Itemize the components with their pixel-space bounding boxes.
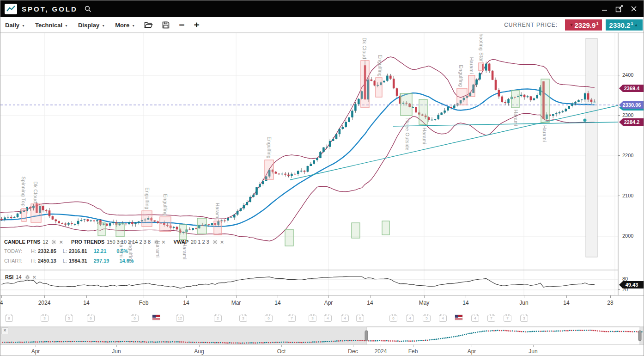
event-calendar-icon[interactable]: 8	[5, 315, 13, 322]
navigator-unselected-range	[0, 327, 644, 345]
event-calendar-icon[interactable]: 6	[87, 315, 95, 322]
event-calendar-icon[interactable]: 7	[487, 315, 495, 322]
svg-text:Spinning Top: Spinning Top	[21, 177, 26, 207]
navigator-axis-label: 2024	[375, 348, 387, 355]
chart-application-window: SPOT, GOLD	[0, 0, 644, 356]
toolbar: Daily ▼ Technical ▼ Display ▼ More ▼	[0, 17, 644, 33]
navigator-left-handle[interactable]	[365, 331, 368, 341]
date-axis-label: Jun	[519, 300, 528, 306]
event-calendar-icon[interactable]: 2	[214, 315, 222, 322]
us-flag-event-icon[interactable]	[152, 315, 160, 320]
ask-price-button[interactable]: 2330.21 ▲	[606, 19, 643, 31]
date-axis-label: May	[419, 300, 430, 306]
latest-session-highlight	[586, 38, 597, 257]
zoom-in-button[interactable]: +	[194, 20, 199, 30]
save-icon[interactable]	[162, 21, 170, 29]
navigator	[0, 327, 644, 345]
navigator-right-handle[interactable]	[638, 331, 641, 341]
chart-stats-row: CHART: H: 2450.13 L: 1984.31 297.19 14.6…	[4, 258, 144, 264]
gridlines	[0, 33, 618, 295]
chart-range-value: 297.19	[94, 258, 109, 264]
arrow-up-icon: ▲	[634, 23, 638, 27]
svg-text:Engulfing: Engulfing	[267, 137, 272, 159]
date-axis-tick	[236, 295, 237, 298]
date-axis-tick	[370, 295, 371, 298]
price-axis-label: 2400	[618, 72, 633, 78]
close-indicator-icon[interactable]: ×	[33, 275, 36, 280]
search-icon[interactable]	[84, 5, 92, 13]
indicator-legend-row: CANDLE PTNS 12 × PRO TRENDS 150 3 10 2 1…	[4, 239, 224, 245]
close-button[interactable]	[630, 5, 638, 13]
svg-text:Engulfing: Engulfing	[458, 65, 464, 87]
svg-text:Three Outside: Three Outside	[405, 117, 410, 151]
rsi-legend-row: RSI 14 ×	[5, 274, 36, 280]
chevron-down-icon: ▼	[132, 24, 135, 27]
current-price-label: CURRENT PRICE:	[504, 22, 558, 28]
event-calendar-icon[interactable]: 4	[439, 315, 447, 322]
gear-icon[interactable]	[154, 239, 159, 245]
navigator-selection[interactable]	[367, 327, 640, 345]
svg-text:Shooting Star: Shooting Star	[479, 30, 484, 62]
event-calendar-icon[interactable]: 3	[309, 315, 316, 322]
gear-icon[interactable]	[213, 239, 218, 245]
event-calendar-icon[interactable]: 7	[288, 315, 296, 322]
event-calendar-icon[interactable]: 5	[65, 315, 73, 322]
chart-label: CHART:	[4, 258, 31, 264]
event-calendar-icon[interactable]: 4	[406, 315, 414, 322]
close-indicator-icon[interactable]: ×	[162, 239, 165, 245]
event-calendar-icon[interactable]: 6	[265, 315, 273, 322]
event-calendar-icon[interactable]: 4	[471, 315, 479, 322]
menu-display-label: Display	[78, 22, 99, 29]
title-bar: SPOT, GOLD	[0, 0, 644, 17]
zoom-out-button[interactable]: −	[179, 20, 184, 30]
event-calendar-icon[interactable]: 3	[41, 315, 49, 322]
date-axis-tick	[186, 295, 187, 298]
chart-high-value: 2450.13	[38, 258, 56, 264]
close-indicator-icon[interactable]: ×	[220, 239, 224, 245]
gear-icon[interactable]	[51, 239, 56, 245]
popout-button[interactable]	[615, 5, 623, 13]
event-calendar-icon[interactable]: 12	[176, 315, 184, 322]
arrow-down-icon: ▼	[570, 23, 574, 27]
navigator-close-icon[interactable]: ×	[1, 327, 8, 334]
us-flag-event-icon[interactable]	[455, 315, 462, 320]
close-indicator-icon[interactable]: ×	[59, 239, 63, 245]
svg-text:Harami: Harami	[469, 57, 474, 74]
gear-icon[interactable]	[25, 275, 30, 280]
event-calendar-icon[interactable]: 6	[389, 315, 397, 322]
event-calendar-icon[interactable]: 3	[239, 315, 247, 322]
open-folder-icon[interactable]	[144, 21, 153, 29]
svg-text:Harami: Harami	[182, 243, 188, 259]
rsi-value-tag: 49.43	[619, 281, 644, 288]
date-axis-label: 28	[607, 300, 613, 306]
menu-technical[interactable]: Technical ▼	[35, 22, 68, 29]
event-calendar-icon[interactable]: 3	[520, 315, 528, 322]
menu-display[interactable]: Display ▼	[78, 22, 105, 29]
window-controls	[600, 5, 638, 13]
chart-low-value: 1984.31	[69, 258, 87, 264]
bid-price-button[interactable]: ▼ 2329.91	[565, 19, 602, 31]
navigator-date-axis: AprJunAugOctDec2024FebAprJun	[0, 345, 644, 356]
minimize-button[interactable]	[600, 5, 608, 13]
menu-more[interactable]: More ▼	[115, 22, 135, 29]
date-axis-label: Mar	[231, 300, 241, 306]
legend-rsi: RSI	[5, 274, 13, 280]
date-axis-label: Feb	[139, 300, 149, 306]
event-calendar-icon[interactable]: 4	[324, 315, 332, 322]
event-calendar-icon[interactable]: 5	[423, 315, 431, 322]
today-stats-row: TODAY: H: 2332.85 L: 2316.81 12.21 0.5%	[4, 248, 138, 254]
legend-pro-trends: PRO TRENDS	[71, 239, 104, 245]
menu-more-label: More	[115, 22, 129, 29]
event-calendar-icon[interactable]: 7	[504, 315, 511, 322]
legend-candle-patterns: CANDLE PTNS	[4, 239, 40, 245]
candle-pattern-boxes	[22, 61, 549, 246]
menu-interval[interactable]: Daily ▼	[5, 22, 25, 29]
event-calendar-icon[interactable]: 4	[341, 315, 349, 322]
today-percent-value: 0.5%	[116, 248, 128, 254]
bid-pip: 1	[596, 21, 598, 26]
event-calendar-icon[interactable]: 6	[131, 315, 139, 322]
event-calendar-icon[interactable]: 6	[356, 315, 364, 322]
svg-text:Harami: Harami	[215, 203, 220, 220]
legend-candle-params: 12	[43, 239, 48, 245]
date-axis-label: 14	[367, 300, 373, 306]
